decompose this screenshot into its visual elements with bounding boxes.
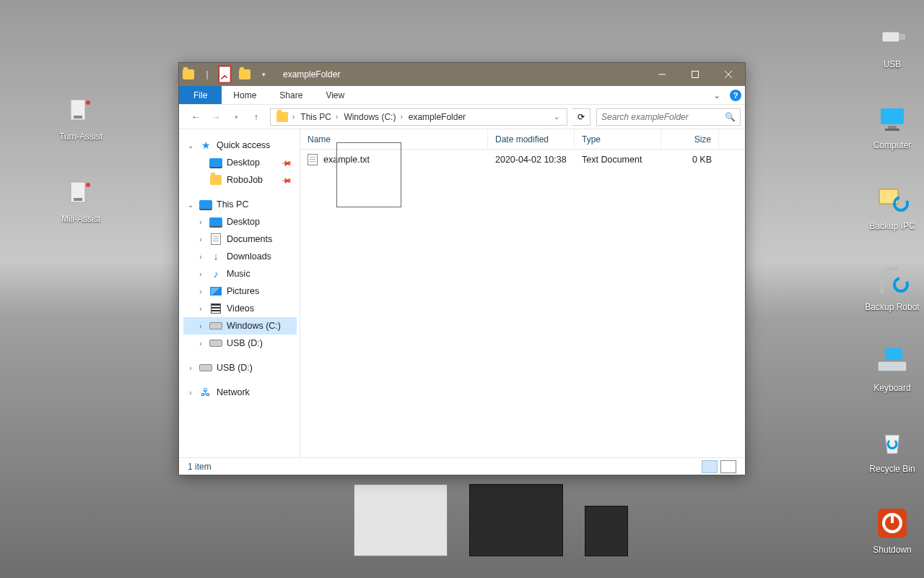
qat-dropdown-icon[interactable]: ▾ xyxy=(254,63,273,86)
chevron-right-icon[interactable]: › xyxy=(196,340,205,348)
tree-usb-d[interactable]: › USB (D:) xyxy=(183,359,297,376)
desktop-icon-label: Computer xyxy=(862,140,923,150)
ribbon-collapse-icon[interactable]: ⌄ xyxy=(707,86,726,104)
file-row[interactable]: example.txt2020-04-02 10:38Text Document… xyxy=(300,150,745,170)
tree-network[interactable]: › 🖧 Network xyxy=(183,384,297,401)
chevron-right-icon[interactable]: › xyxy=(196,218,205,226)
desktop-icon-label: Shutdown xyxy=(862,545,923,555)
desktop-icon-shutdown[interactable]: Shutdown xyxy=(862,506,923,555)
svg-point-1 xyxy=(86,100,90,105)
document-icon xyxy=(209,233,222,246)
breadcrumb-dropdown-icon[interactable]: ⌄ xyxy=(549,113,564,121)
tree-item-videos[interactable]: ›Videos xyxy=(183,300,297,317)
column-date[interactable]: Date modified xyxy=(488,129,575,149)
svg-rect-9 xyxy=(888,126,897,129)
ribbon-tab-file[interactable]: File xyxy=(179,86,222,104)
status-bar: 1 item xyxy=(179,457,745,475)
help-button[interactable]: ? xyxy=(726,86,745,104)
desktop-icon-keyboard[interactable]: Keyboard xyxy=(862,344,923,393)
tree-label: This PC xyxy=(217,199,248,210)
usb-icon xyxy=(875,20,910,55)
desktop-icon-mill-assist[interactable]: Mill-Assist xyxy=(51,175,111,224)
tree-item-desktop[interactable]: ›Desktop xyxy=(183,213,297,230)
tree-item-pictures[interactable]: ›Pictures xyxy=(183,282,297,300)
svg-rect-6 xyxy=(882,32,899,42)
chevron-right-icon[interactable]: › xyxy=(196,322,205,330)
minimize-button[interactable] xyxy=(645,63,679,86)
properties-icon[interactable] xyxy=(217,63,235,86)
tree-label: Documents xyxy=(227,234,272,244)
desktop-icon-label: Backup IPC xyxy=(862,221,923,231)
breadcrumb-seg-2[interactable]: exampleFolder xyxy=(406,109,468,125)
tree-item-c-drive[interactable]: ›Windows (C:) xyxy=(183,317,297,335)
breadcrumb-root-icon[interactable]: › xyxy=(274,109,297,125)
navigation-pane: ⌄ ★ Quick access Desktop📌RoboJob📌 ⌄ This… xyxy=(179,129,300,457)
titlebar[interactable]: | ▾ exampleFolder xyxy=(179,63,745,86)
desktop-icon-label: Backup Robot xyxy=(862,302,923,312)
svg-rect-19 xyxy=(219,66,230,83)
drive-icon xyxy=(209,337,222,350)
column-headers[interactable]: Name Date modified Type Size xyxy=(300,129,745,150)
breadcrumb-bar[interactable]: › This PC› Windows (C:)› exampleFolder ⌄ xyxy=(270,108,567,126)
view-details-button[interactable] xyxy=(702,460,718,473)
desktop-icon-usb[interactable]: USB xyxy=(862,20,923,69)
chevron-right-icon[interactable]: › xyxy=(196,236,205,243)
new-folder-icon[interactable] xyxy=(235,63,254,86)
desktop-icon-backup-ipc[interactable]: Backup IPC xyxy=(862,182,923,231)
nav-up-button[interactable]: ↑ xyxy=(247,108,266,126)
column-type[interactable]: Type xyxy=(575,129,661,149)
tree-item-music[interactable]: ›♪Music xyxy=(183,265,297,282)
desktop-icon-turn-assist[interactable]: Turn-Assist xyxy=(51,92,111,142)
window-title: exampleFolder xyxy=(283,69,645,79)
tree-item-desktop[interactable]: Desktop📌 xyxy=(183,154,297,171)
maximize-button[interactable] xyxy=(679,63,712,86)
folder-icon xyxy=(209,173,222,186)
close-button[interactable] xyxy=(712,63,745,86)
qat-separator: | xyxy=(198,63,217,86)
breadcrumb-seg-0[interactable]: This PC› xyxy=(297,109,341,125)
desktop-icon-recycle-bin[interactable]: Recycle Bin xyxy=(862,425,923,474)
tree-label: USB (D:) xyxy=(227,338,263,348)
tree-label: Pictures xyxy=(227,286,259,296)
desktop-icon-computer[interactable]: Computer xyxy=(862,101,923,150)
tree-item-robojob[interactable]: RoboJob📌 xyxy=(183,171,297,189)
desktop-icon-label: Recycle Bin xyxy=(862,464,923,474)
tree-quick-access[interactable]: ⌄ ★ Quick access xyxy=(183,137,297,154)
tree-label: Desktop xyxy=(227,158,260,168)
chevron-right-icon[interactable]: › xyxy=(186,364,195,372)
refresh-button[interactable]: ⟳ xyxy=(572,108,590,126)
tree-label: RoboJob xyxy=(227,175,263,185)
chevron-down-icon[interactable]: ⌄ xyxy=(186,201,195,209)
search-icon[interactable]: 🔍 xyxy=(725,112,736,122)
chevron-right-icon[interactable]: › xyxy=(186,389,195,397)
tree-item-downloads[interactable]: ›↓Downloads xyxy=(183,248,297,265)
nav-recent-dropdown[interactable]: ▾ xyxy=(227,108,245,126)
nav-back-button[interactable]: ← xyxy=(186,108,205,126)
ribbon-tab-home[interactable]: Home xyxy=(222,86,268,104)
desktop-icon-label: Mill-Assist xyxy=(51,214,111,224)
recycle-bin-icon xyxy=(875,425,910,460)
desktop-icon-backup-robot[interactable]: Backup Robot xyxy=(862,263,923,312)
tree-item-d-drive[interactable]: ›USB (D:) xyxy=(183,335,297,352)
file-explorer-window: | ▾ exampleFolder File Home Share View ⌄… xyxy=(178,62,746,475)
nav-forward-button[interactable]: → xyxy=(206,108,225,126)
tree-item-documents[interactable]: ›Documents xyxy=(183,230,297,248)
chevron-right-icon[interactable]: › xyxy=(196,305,205,313)
column-name[interactable]: Name xyxy=(300,129,488,149)
ribbon-tab-view[interactable]: View xyxy=(314,86,356,104)
chevron-down-icon[interactable]: ⌄ xyxy=(186,142,195,150)
view-large-icons-button[interactable] xyxy=(720,460,736,473)
tree-this-pc[interactable]: ⌄ This PC xyxy=(183,196,297,213)
search-input[interactable] xyxy=(601,112,725,122)
mill-assist-icon xyxy=(64,175,98,210)
ribbon-tab-share[interactable]: Share xyxy=(268,86,314,104)
tree-label: Videos xyxy=(227,303,254,314)
svg-rect-8 xyxy=(881,108,904,124)
column-size[interactable]: Size xyxy=(661,129,719,149)
search-box[interactable]: 🔍 xyxy=(596,108,741,126)
chevron-right-icon[interactable]: › xyxy=(196,270,205,278)
breadcrumb-seg-1[interactable]: Windows (C:)› xyxy=(341,109,405,125)
chevron-right-icon[interactable]: › xyxy=(196,288,205,296)
music-icon: ♪ xyxy=(209,267,222,280)
chevron-right-icon[interactable]: › xyxy=(196,253,205,261)
